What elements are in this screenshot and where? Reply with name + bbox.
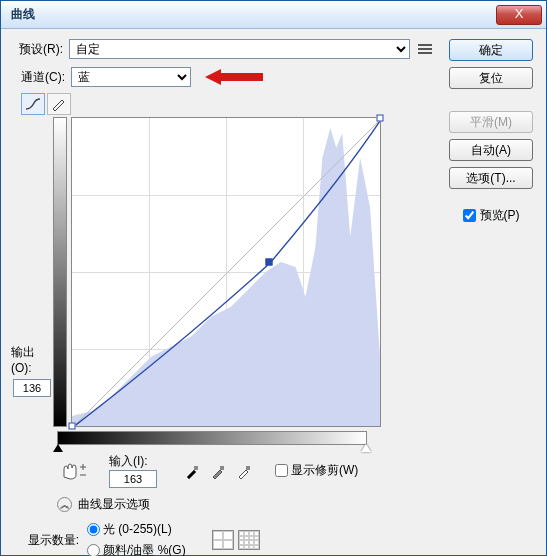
input-gradient[interactable] bbox=[57, 431, 367, 445]
preset-menu-icon[interactable] bbox=[416, 40, 436, 58]
svg-rect-2 bbox=[194, 466, 198, 470]
curve-graph[interactable] bbox=[71, 117, 381, 427]
input-input[interactable] bbox=[109, 470, 157, 488]
svg-rect-4 bbox=[246, 466, 250, 470]
output-input[interactable] bbox=[13, 379, 51, 397]
curve-point-mid[interactable] bbox=[265, 258, 272, 265]
ok-button[interactable]: 确定 bbox=[449, 39, 533, 61]
close-button[interactable]: X bbox=[496, 5, 542, 25]
window-title: 曲线 bbox=[11, 6, 496, 23]
svg-marker-0 bbox=[205, 69, 263, 85]
smooth-button: 平滑(M) bbox=[449, 111, 533, 133]
chevron-up-icon: ︽ bbox=[57, 497, 72, 512]
grid-coarse-icon[interactable] bbox=[212, 530, 234, 550]
black-slider[interactable] bbox=[53, 444, 63, 452]
input-label: 输入(I): bbox=[109, 453, 148, 470]
curve-point-highlight[interactable] bbox=[377, 115, 384, 122]
titlebar[interactable]: 曲线 X bbox=[1, 1, 546, 29]
preview-checkbox[interactable]: 预览(P) bbox=[463, 207, 520, 224]
output-gradient bbox=[53, 117, 67, 427]
preset-label: 预设(R): bbox=[11, 41, 63, 58]
output-label: 输出(O): bbox=[11, 344, 53, 375]
reset-button[interactable]: 复位 bbox=[449, 67, 533, 89]
eyedropper-white-icon[interactable] bbox=[233, 460, 255, 482]
display-options-toggle[interactable]: ︽ 曲线显示选项 bbox=[57, 496, 436, 513]
target-adjust-icon[interactable] bbox=[57, 460, 93, 482]
show-amount-label: 显示数量: bbox=[21, 532, 79, 549]
pencil-tool-icon[interactable] bbox=[47, 93, 71, 115]
white-slider[interactable] bbox=[361, 444, 371, 452]
radio-pigment[interactable]: 颜料/油墨 %(G) bbox=[87, 542, 186, 556]
channel-label: 通道(C): bbox=[21, 69, 65, 86]
curve-point-shadow[interactable] bbox=[69, 423, 76, 430]
grid-fine-icon[interactable] bbox=[238, 530, 260, 550]
svg-rect-3 bbox=[220, 466, 224, 470]
curve-path bbox=[72, 118, 382, 428]
channel-select[interactable]: 蓝 bbox=[71, 67, 191, 87]
options-button[interactable]: 选项(T)... bbox=[449, 167, 533, 189]
radio-light[interactable]: 光 (0-255)(L) bbox=[87, 521, 186, 538]
curves-dialog: 曲线 X 预设(R): 自定 通道(C): 蓝 bbox=[0, 0, 547, 556]
curve-tool-icon[interactable] bbox=[21, 93, 45, 115]
eyedropper-gray-icon[interactable] bbox=[207, 460, 229, 482]
auto-button[interactable]: 自动(A) bbox=[449, 139, 533, 161]
show-clipping-checkbox[interactable]: 显示修剪(W) bbox=[275, 462, 358, 479]
eyedropper-black-icon[interactable] bbox=[181, 460, 203, 482]
arrow-indicator-icon bbox=[205, 68, 265, 86]
preset-select[interactable]: 自定 bbox=[69, 39, 410, 59]
